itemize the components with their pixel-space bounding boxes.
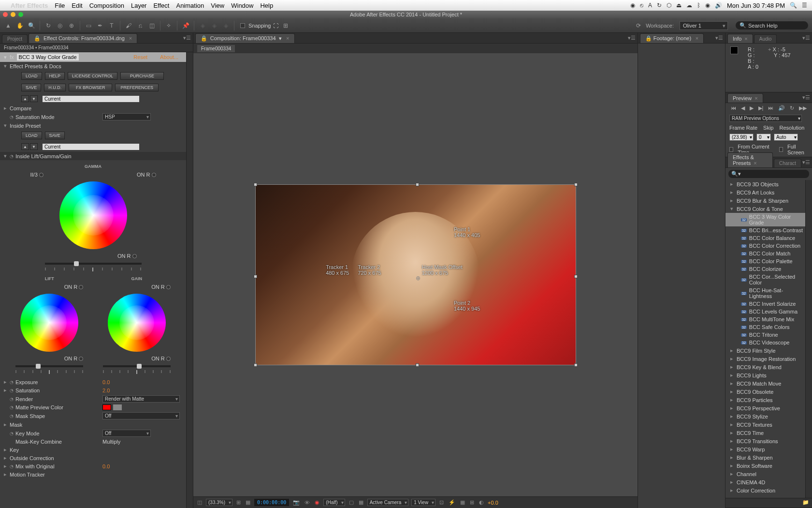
prev-preset-button[interactable]: ▲ bbox=[21, 95, 29, 102]
ep-effect-item[interactable]: 32BCC 3 Way Color Grade bbox=[725, 213, 805, 226]
ep-group[interactable]: ▸BCC9 Blur & Sharpen bbox=[725, 196, 805, 205]
panel-menu-icon[interactable]: ▾☰ bbox=[715, 35, 723, 41]
volume-icon[interactable]: 🔊 bbox=[715, 2, 722, 9]
gain-onr-toggle-2[interactable]: ON R bbox=[151, 356, 171, 361]
always-preview-icon[interactable]: ◫ bbox=[196, 499, 203, 506]
selection-tool[interactable]: ▲ bbox=[4, 21, 13, 30]
canvas[interactable]: Tracker 1480 x 675 Tracker 2720 x 675 Ho… bbox=[255, 184, 576, 365]
snap-grid-icon[interactable]: ⊞ bbox=[281, 21, 290, 30]
ep-group[interactable]: ▸BCC9 Film Style bbox=[725, 346, 805, 355]
stopwatch-icon[interactable]: ◔ bbox=[10, 464, 15, 469]
ep-group[interactable]: ▸Color Correction bbox=[725, 486, 805, 494]
workspace-dropdown[interactable]: Oliver 1 bbox=[680, 21, 728, 30]
tab-project[interactable]: Project bbox=[2, 34, 28, 43]
menu-composition[interactable]: Composition bbox=[89, 2, 124, 9]
hostmask-overlay[interactable]: Host Mask Offset1200 x 675 bbox=[422, 264, 463, 276]
cc-icon[interactable]: ◉ bbox=[630, 2, 635, 9]
app-name[interactable]: After Effects bbox=[11, 2, 48, 9]
reset-exposure-icon[interactable]: ◐ bbox=[478, 499, 485, 506]
gain-slider-thumb[interactable] bbox=[137, 364, 142, 369]
minimize-button[interactable] bbox=[11, 12, 15, 17]
close-tab-icon[interactable]: × bbox=[754, 95, 757, 101]
menu-effect[interactable]: Effect bbox=[153, 2, 169, 9]
first-frame-button[interactable]: ⏮ bbox=[731, 105, 736, 111]
snapshot-icon[interactable]: 📷 bbox=[292, 499, 301, 506]
framerate-dropdown[interactable]: (23.98) bbox=[729, 134, 754, 141]
pan-behind-tool[interactable]: ⊕ bbox=[67, 21, 76, 30]
ep-group[interactable]: ▸BCC9 Transitions bbox=[725, 437, 805, 445]
transform-handle[interactable] bbox=[254, 183, 257, 186]
saturation-value[interactable]: 2.0 bbox=[102, 388, 110, 393]
load-button[interactable]: LOAD bbox=[21, 72, 42, 80]
fast-preview-icon[interactable]: ⚡ bbox=[448, 499, 456, 506]
ep-effect-item[interactable]: 32BCC Cor...Selected Color bbox=[725, 273, 805, 286]
lock-icon[interactable]: 🔒 bbox=[645, 35, 652, 41]
twirl-icon[interactable]: ▸ bbox=[4, 463, 10, 469]
wifi-icon[interactable]: ◉ bbox=[705, 2, 710, 9]
search-help[interactable]: 🔍 Search Help bbox=[736, 21, 808, 30]
sat-mode-dropdown[interactable]: HSP bbox=[102, 113, 151, 120]
menu-window[interactable]: Window bbox=[231, 2, 253, 9]
ep-group[interactable]: ▸BCC9 Warp bbox=[725, 445, 805, 453]
twirl-icon[interactable]: ▸ bbox=[4, 447, 10, 453]
close-tab-icon[interactable]: × bbox=[754, 160, 756, 166]
eyedropper-icon[interactable] bbox=[113, 404, 122, 410]
comp-flowchart-icon[interactable]: ⊞ bbox=[469, 499, 475, 506]
twirl-icon[interactable]: ▸ bbox=[4, 387, 10, 393]
ep-group[interactable]: ▸BCC9 Match Move bbox=[725, 379, 805, 388]
text-tool[interactable]: T bbox=[107, 21, 116, 30]
next-preset-button[interactable]: ▼ bbox=[30, 95, 38, 102]
stopwatch-icon[interactable]: ◔ bbox=[10, 397, 15, 402]
ep-effect-item[interactable]: 32BCC Levels Gamma bbox=[725, 308, 805, 315]
ep-group[interactable]: ▸BCC9 Particles bbox=[725, 396, 805, 404]
ep-group[interactable]: ▸BCC9 Time bbox=[725, 429, 805, 437]
point1-overlay[interactable]: Point 11440 x 405 bbox=[454, 226, 480, 238]
dropbox-icon[interactable]: ⬡ bbox=[667, 2, 671, 9]
brush-tool[interactable]: 🖌 bbox=[124, 21, 133, 30]
reset-link[interactable]: Reset bbox=[133, 54, 147, 60]
zoom-dropdown[interactable]: (33.3%) bbox=[206, 499, 232, 506]
stopwatch-icon[interactable]: ◔ bbox=[10, 388, 15, 393]
render-dropdown[interactable]: Render with Matte bbox=[102, 395, 180, 403]
last-frame-button[interactable]: ⏭ bbox=[768, 105, 773, 111]
about-link[interactable]: About... bbox=[160, 54, 178, 60]
ep-effect-item[interactable]: 32BCC Colorize bbox=[725, 265, 805, 273]
ram-options-dropdown[interactable]: RAM Preview Options bbox=[729, 115, 802, 122]
ep-effect-item[interactable]: 32BCC Color Balance bbox=[725, 234, 805, 242]
inside-preset-field[interactable]: Current bbox=[43, 144, 139, 150]
ep-group[interactable]: ▸BCC9 Obsolete bbox=[725, 388, 805, 396]
hand-tool[interactable]: ✋ bbox=[15, 21, 24, 30]
zoom-tool[interactable]: 🔍 bbox=[27, 21, 36, 30]
ep-group[interactable]: ▸Boinx Software bbox=[725, 462, 805, 470]
exposure-value[interactable]: 0.0 bbox=[102, 379, 110, 385]
ep-group[interactable]: ▸BCC9 Textures bbox=[725, 420, 805, 429]
eraser-tool[interactable]: ◫ bbox=[147, 21, 156, 30]
menu-icon[interactable]: ☰ bbox=[802, 2, 807, 9]
lock-icon[interactable]: 🔒 bbox=[201, 35, 207, 41]
help-button[interactable]: HELP bbox=[45, 72, 65, 80]
lock-icon[interactable]: 🔒 bbox=[34, 35, 41, 41]
ep-group[interactable]: ▸Channel bbox=[725, 470, 805, 478]
matte-color-swatch[interactable] bbox=[102, 404, 111, 410]
twirl-icon[interactable]: ▾ bbox=[4, 54, 7, 60]
transparency-icon[interactable]: ▦ bbox=[358, 499, 364, 506]
twirl-icon[interactable]: ▾ bbox=[4, 153, 10, 159]
camera-tool[interactable]: ◎ bbox=[56, 21, 64, 30]
preset-field[interactable]: Current bbox=[43, 96, 139, 102]
onr-toggle-2[interactable]: ON R bbox=[117, 253, 137, 259]
tab-character[interactable]: Charact bbox=[774, 159, 801, 167]
ep-effect-item[interactable]: 32BCC Color Match bbox=[725, 250, 805, 257]
lift-wheel[interactable]: + bbox=[20, 294, 78, 352]
twirl-icon[interactable]: ▸ bbox=[4, 455, 10, 461]
anchor-icon[interactable]: ⊕ bbox=[416, 275, 420, 282]
close-button[interactable] bbox=[3, 12, 8, 17]
next-frame-button[interactable]: ▶| bbox=[758, 105, 764, 111]
tab-composition[interactable]: 🔒 Composition: Frame000334 ▾ × bbox=[195, 33, 295, 43]
menu-view[interactable]: View bbox=[211, 2, 224, 9]
resolution-dropdown[interactable]: Auto bbox=[774, 134, 798, 141]
camera-dropdown[interactable]: Active Camera bbox=[367, 499, 409, 506]
transform-handle[interactable] bbox=[254, 275, 257, 278]
transform-handle[interactable] bbox=[416, 363, 419, 367]
gain-onr-toggle[interactable]: ON R bbox=[151, 284, 171, 290]
close-tab-icon[interactable]: × bbox=[129, 35, 132, 41]
